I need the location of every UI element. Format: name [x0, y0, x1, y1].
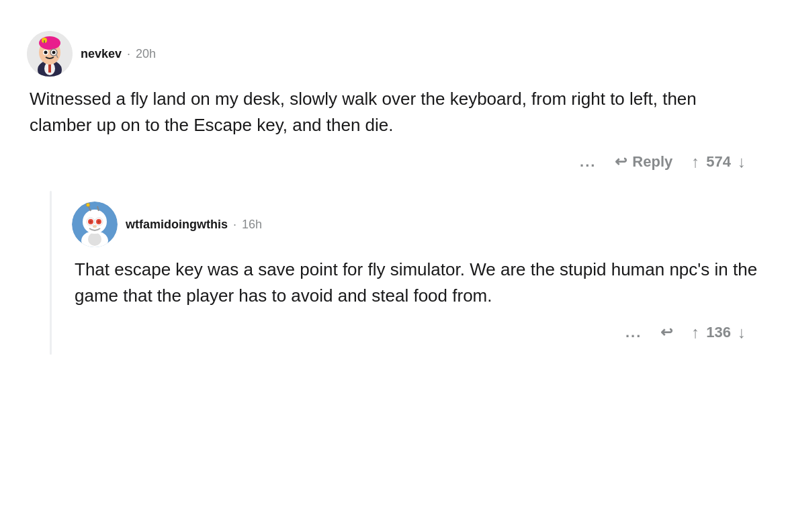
upvote-button[interactable]: ↑ [691, 152, 699, 171]
comment-1-actions: ... ↩ Reply ↑ 574 ↓ [27, 150, 759, 173]
comment-2-body: That escape key was a save point for fly… [72, 257, 759, 309]
comment-2-more-options-button[interactable]: ... [625, 324, 642, 341]
comment-1-header: nevkev · 20h [27, 31, 759, 77]
comment-2-header: wtfamidoingwthis · 16h [72, 202, 759, 247]
comment-1-author-info: nevkev · 20h [81, 47, 156, 61]
comment-2-author-info: wtfamidoingwthis · 16h [126, 218, 262, 232]
avatar-nevkev [27, 31, 73, 77]
avatar-wtfamidoingwthis [72, 202, 118, 247]
svg-point-27 [93, 225, 97, 228]
svg-point-26 [97, 220, 100, 223]
thread-line [50, 191, 52, 355]
comment-1-body: Witnessed a fly land on my desk, slowly … [27, 86, 759, 138]
vote-count-2: 136 [706, 324, 731, 341]
comment-1: nevkev · 20h Witnessed a fly land on my … [27, 20, 759, 184]
comment-2-timestamp: 16h [242, 218, 262, 232]
comment-2-reply-button[interactable]: ↩ [655, 321, 678, 344]
comment-2-upvote-button[interactable]: ↑ [691, 323, 699, 342]
more-options-button[interactable]: ... [580, 153, 596, 171]
reply-label: Reply [632, 153, 672, 171]
svg-point-19 [86, 203, 90, 207]
svg-point-10 [44, 51, 48, 54]
comment-1-author: nevkev [81, 47, 122, 61]
reply-content: wtfamidoingwthis · 16h That escape key w… [72, 191, 759, 355]
reply-icon: ↩ [615, 153, 627, 171]
post-container: nevkev · 20h Witnessed a fly land on my … [27, 20, 759, 355]
svg-point-11 [52, 51, 56, 54]
comment-2: wtfamidoingwthis · 16h That escape key w… [72, 191, 759, 355]
downvote-button[interactable]: ↓ [738, 152, 746, 171]
svg-point-5 [39, 36, 60, 50]
svg-point-16 [88, 232, 101, 246]
vote-section-2: ↑ 136 ↓ [691, 323, 746, 342]
comment-2-dot: · [233, 218, 236, 232]
reply-button[interactable]: ↩ Reply [609, 150, 678, 173]
svg-rect-3 [48, 64, 51, 73]
reply-thread: wtfamidoingwthis · 16h That escape key w… [27, 191, 759, 355]
comment-2-downvote-button[interactable]: ↓ [738, 323, 746, 342]
vote-section-1: ↑ 574 ↓ [691, 152, 746, 171]
comment-2-actions: ... ↩ ↑ 136 ↓ [72, 321, 759, 344]
vote-count-1: 574 [706, 153, 731, 171]
comment-2-author: wtfamidoingwthis [126, 218, 228, 232]
comment-1-dot: · [127, 47, 130, 61]
comment-1-timestamp: 20h [136, 47, 156, 61]
comment-2-reply-icon: ↩ [660, 324, 672, 341]
svg-point-25 [89, 220, 92, 223]
